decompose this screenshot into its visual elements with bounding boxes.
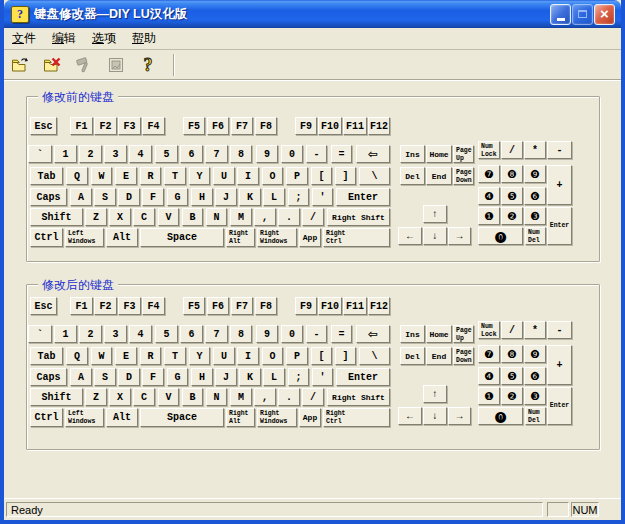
delete-button[interactable] — [39, 52, 64, 78]
key-before-numpad-8[interactable]: ❽ — [501, 165, 523, 183]
key-after-right-windows[interactable]: Right Windows — [257, 408, 297, 427]
key-after-o[interactable]: O — [262, 347, 283, 365]
key-before-right-shift[interactable]: Right Shift — [327, 208, 390, 226]
key-after-f10[interactable]: F10 — [318, 297, 342, 315]
key-after-d[interactable]: D — [118, 368, 140, 386]
key-before-numpad-7[interactable]: ❼ — [478, 165, 500, 183]
key-before-digit-3[interactable]: 3 — [104, 145, 127, 163]
key-after-f6[interactable]: F6 — [207, 297, 229, 315]
key-before-digit-1[interactable]: 1 — [54, 145, 77, 163]
key-after-backslash[interactable]: \ — [359, 347, 390, 365]
key-before-delete[interactable]: Del — [400, 167, 425, 185]
key-before-digit-7[interactable]: 7 — [205, 145, 228, 163]
key-after-a[interactable]: A — [70, 368, 92, 386]
key-before-m[interactable]: M — [230, 208, 252, 226]
menu-file[interactable]: 文件 — [4, 28, 44, 49]
key-before-numpad-3[interactable]: ❸ — [524, 207, 546, 225]
key-before-alt[interactable]: Alt — [106, 228, 138, 247]
key-after-digit-3[interactable]: 3 — [104, 325, 127, 343]
key-before-semicolon[interactable]: ; — [288, 188, 309, 206]
key-after-num-lock[interactable]: Num Lock — [478, 321, 500, 339]
key-before-digit-4[interactable]: 4 — [129, 145, 152, 163]
key-after-delete[interactable]: Del — [400, 347, 425, 365]
key-after-numpad-6[interactable]: ❻ — [524, 367, 546, 385]
key-before-right-ctrl[interactable]: Right Ctrl — [323, 228, 390, 247]
titlebar[interactable]: 键盘修改器—DIY LU汉化版 — [4, 0, 621, 28]
key-before-digit-6[interactable]: 6 — [180, 145, 203, 163]
key-before-backslash[interactable]: \ — [359, 167, 390, 185]
help-button[interactable]: ? — [135, 52, 160, 78]
key-after-j[interactable]: J — [215, 368, 237, 386]
key-before-f10[interactable]: F10 — [318, 117, 342, 135]
key-before-y[interactable]: Y — [189, 167, 210, 185]
key-after-z[interactable]: Z — [85, 388, 107, 406]
key-after-numpad-5[interactable]: ❺ — [501, 367, 523, 385]
key-before-z[interactable]: Z — [85, 208, 107, 226]
key-after-t[interactable]: T — [164, 347, 186, 365]
key-before-left-windows[interactable]: Left Windows — [65, 228, 104, 247]
key-before-esc[interactable]: Esc — [30, 117, 57, 135]
key-before-f3[interactable]: F3 — [118, 117, 141, 135]
menu-help[interactable]: 帮助 — [124, 28, 164, 49]
key-after-arrow-left[interactable]: ← — [398, 407, 422, 425]
key-after-digit-7[interactable]: 7 — [205, 325, 228, 343]
key-before-numpad-2[interactable]: ❷ — [501, 207, 523, 225]
key-before-f2[interactable]: F2 — [94, 117, 117, 135]
key-before-home[interactable]: Home — [426, 145, 452, 163]
key-before-u[interactable]: U — [213, 167, 235, 185]
key-after-m[interactable]: M — [230, 388, 252, 406]
key-after-ctrl[interactable]: Ctrl — [30, 408, 63, 427]
key-before-f5[interactable]: F5 — [183, 117, 205, 135]
key-after-grave[interactable]: ` — [28, 325, 52, 343]
menu-edit[interactable]: 编辑 — [44, 28, 84, 49]
key-before-page-down[interactable]: Page Down — [453, 167, 474, 185]
key-before-f9[interactable]: F9 — [295, 117, 317, 135]
key-before-digit-9[interactable]: 9 — [256, 145, 278, 163]
key-before-f11[interactable]: F11 — [343, 117, 367, 135]
key-before-numpad-5[interactable]: ❺ — [501, 187, 523, 205]
key-after-home[interactable]: Home — [426, 325, 452, 343]
key-before-f[interactable]: F — [142, 188, 164, 206]
key-after-digit-1[interactable]: 1 — [54, 325, 77, 343]
key-after-arrow-up[interactable]: ↑ — [423, 385, 447, 403]
key-before-arrow-right[interactable]: → — [448, 227, 471, 245]
key-after-period[interactable]: . — [278, 388, 300, 406]
key-before-num-lock[interactable]: Num Lock — [478, 141, 500, 159]
key-after-numpad-0[interactable]: ⓿ — [478, 407, 523, 425]
key-before-arrow-up[interactable]: ↑ — [423, 205, 447, 223]
key-before-ctrl[interactable]: Ctrl — [30, 228, 63, 247]
key-before-v[interactable]: V — [158, 208, 179, 226]
key-before-minus[interactable]: - — [306, 145, 327, 163]
key-before-p[interactable]: P — [286, 167, 308, 185]
key-before-insert[interactable]: Ins — [400, 145, 425, 163]
key-before-numpad-4[interactable]: ❹ — [478, 187, 500, 205]
key-before-digit-0[interactable]: 0 — [281, 145, 303, 163]
key-before-f6[interactable]: F6 — [207, 117, 229, 135]
key-before-right-alt[interactable]: Right Alt — [226, 228, 255, 247]
key-before-numpad-0[interactable]: ⓿ — [478, 227, 523, 245]
key-after-k[interactable]: K — [239, 368, 261, 386]
key-after-p[interactable]: P — [286, 347, 308, 365]
key-before-slash[interactable]: / — [302, 208, 324, 226]
key-before-shift[interactable]: Shift — [30, 208, 83, 226]
key-after-h[interactable]: H — [191, 368, 213, 386]
key-after-g[interactable]: G — [167, 368, 188, 386]
key-after-numpad-divide[interactable]: / — [501, 321, 523, 339]
key-after-semicolon[interactable]: ; — [288, 368, 309, 386]
key-after-numpad-plus[interactable]: + — [547, 345, 572, 385]
key-after-v[interactable]: V — [158, 388, 179, 406]
key-before-tab[interactable]: Tab — [30, 167, 63, 185]
key-after-numpad-7[interactable]: ❼ — [478, 345, 500, 363]
key-before-grave[interactable]: ` — [28, 145, 52, 163]
menu-options[interactable]: 选项 — [84, 28, 124, 49]
key-after-digit-8[interactable]: 8 — [230, 325, 252, 343]
key-before-numpad-9[interactable]: ❾ — [524, 165, 546, 183]
key-after-right-ctrl[interactable]: Right Ctrl — [323, 408, 390, 427]
key-after-backspace[interactable]: ⇦ — [356, 325, 390, 343]
key-after-numpad-2[interactable]: ❷ — [501, 387, 523, 405]
key-after-x[interactable]: X — [109, 388, 131, 406]
key-after-f4[interactable]: F4 — [142, 297, 165, 315]
key-before-comma[interactable]: , — [254, 208, 276, 226]
key-after-numpad-multiply[interactable]: * — [524, 321, 546, 339]
key-before-j[interactable]: J — [215, 188, 237, 206]
